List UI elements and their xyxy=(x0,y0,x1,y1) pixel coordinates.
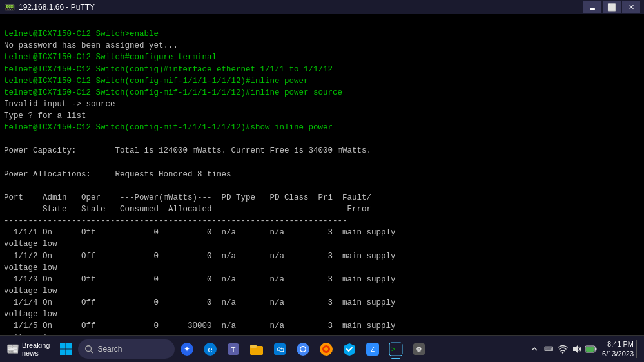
store-icon: 🛍 xyxy=(273,342,287,356)
clock-time: 8:41 PM xyxy=(607,339,634,348)
svg-text:✦: ✦ xyxy=(184,345,190,354)
volume-button[interactable] xyxy=(571,343,583,355)
keyboard-layout-label: ⌨ xyxy=(544,345,553,352)
show-hidden-icons-button[interactable] xyxy=(529,343,540,355)
svg-point-21 xyxy=(324,347,328,351)
terminal-line-3: telnet@ICX7150-C12 Switch#configure term… xyxy=(4,53,217,62)
svg-rect-0 xyxy=(60,343,66,349)
breaking-news-label: Breakingnews xyxy=(22,341,50,357)
folder-icon xyxy=(249,342,264,356)
window-title: 192.168.1.66 - PuTTY xyxy=(19,3,95,12)
firefox-icon xyxy=(319,342,333,356)
terminal-line-4: telnet@ICX7150-C12 Switch(config)#interf… xyxy=(4,65,333,74)
terminal-line-8: Type ? for a list xyxy=(4,111,86,120)
firefox-button[interactable] xyxy=(315,338,337,360)
defender-icon xyxy=(342,342,356,356)
windows-logo-icon xyxy=(59,343,72,356)
search-bar[interactable]: Search xyxy=(78,339,175,359)
terminal-line-2: No password has been assigned yet... xyxy=(4,41,178,50)
teams-button[interactable]: T xyxy=(222,338,244,360)
putty-icon: 📟 xyxy=(4,2,15,12)
start-button[interactable] xyxy=(55,338,77,360)
svg-rect-1 xyxy=(66,343,72,349)
svg-point-28 xyxy=(562,352,563,353)
terminal-row2b: voltage low xyxy=(4,263,57,272)
extra-app-button[interactable]: ⚙ xyxy=(408,338,430,360)
teams-icon: T xyxy=(226,342,240,356)
svg-rect-31 xyxy=(586,347,594,352)
terminal-power-alloc: Power Allocations: Requests Honored 8 ti… xyxy=(4,170,231,179)
terminal-row2a: 1/1/2 On Off 0 0 n/a n/a 3 main supply xyxy=(4,252,396,261)
putty-button[interactable]: >_ xyxy=(385,338,407,360)
terminal-row5a: 1/1/5 On Off 0 30000 n/a n/a 3 main supp… xyxy=(4,321,396,330)
title-bar: 📟 192.168.1.66 - PuTTY 🗕 ⬜ ✕ xyxy=(0,0,644,14)
svg-text:🛍: 🛍 xyxy=(277,345,284,353)
taskbar: 📰 Breakingnews Search ✦ e xyxy=(0,335,644,362)
restore-button[interactable]: ⬜ xyxy=(603,1,621,13)
extra-app-icon: ⚙ xyxy=(412,342,426,356)
taskbar-right: ⌨ xyxy=(529,339,641,358)
svg-marker-29 xyxy=(573,345,578,353)
svg-line-5 xyxy=(91,350,93,353)
svg-point-4 xyxy=(86,345,92,351)
show-desktop-button[interactable] xyxy=(636,340,641,358)
edge-icon: e xyxy=(203,342,217,356)
wifi-icon xyxy=(558,344,568,354)
copilot-icon: ✦ xyxy=(180,342,194,356)
wifi-button[interactable] xyxy=(557,343,569,355)
svg-rect-3 xyxy=(66,349,72,355)
terminal-line-1: telnet@ICX7150-C12 Switch>enable xyxy=(4,30,159,39)
terminal-line-7: Invalid input -> source xyxy=(4,100,115,109)
news-icon: 📰 xyxy=(6,343,19,356)
defender-button[interactable] xyxy=(338,338,360,360)
svg-point-18 xyxy=(301,347,306,351)
terminal-row3b: voltage low xyxy=(4,287,57,296)
zoom-icon: Z xyxy=(366,342,380,356)
battery-icon xyxy=(585,345,597,353)
file-explorer-button[interactable] xyxy=(246,338,268,360)
terminal[interactable]: telnet@ICX7150-C12 Switch>enable No pass… xyxy=(0,14,644,335)
terminal-row4b: voltage low xyxy=(4,310,57,319)
terminal-blank3 xyxy=(4,182,9,191)
search-icon xyxy=(84,345,93,354)
terminal-blank1 xyxy=(4,135,9,144)
terminal-header1: Port Admin Oper ---Power(mWatts)--- PD T… xyxy=(4,193,371,202)
terminal-line-5: telnet@ICX7150-C12 Switch(config-mif-1/1… xyxy=(4,77,309,86)
copilot-button[interactable]: ✦ xyxy=(176,338,198,360)
terminal-line-6: telnet@ICX7150-C12 Switch(config-mif-1/1… xyxy=(4,88,342,97)
zoom-button[interactable]: Z xyxy=(362,338,384,360)
close-button[interactable]: ✕ xyxy=(622,1,640,13)
breaking-news-widget[interactable]: 📰 Breakingnews xyxy=(3,338,54,360)
title-bar-controls: 🗕 ⬜ ✕ xyxy=(583,1,640,13)
search-input[interactable]: Search xyxy=(97,345,122,354)
svg-rect-13 xyxy=(250,345,257,348)
store-button[interactable]: 🛍 xyxy=(269,338,291,360)
clock-date: 6/13/2023 xyxy=(602,349,634,358)
clock[interactable]: 8:41 PM 6/13/2023 xyxy=(602,339,634,358)
terminal-row4a: 1/1/4 On Off 0 0 n/a n/a 3 main supply xyxy=(4,298,396,307)
terminal-row1a: 1/1/1 On Off 0 0 n/a n/a 3 main supply xyxy=(4,228,396,237)
svg-text:>_: >_ xyxy=(391,347,400,354)
terminal-line-9: telnet@ICX7150-C12 Switch(config-mif-1/1… xyxy=(4,123,333,132)
svg-rect-32 xyxy=(595,347,597,350)
putty-icon: >_ xyxy=(389,342,403,356)
minimize-button[interactable]: 🗕 xyxy=(583,1,601,13)
chevron-up-icon xyxy=(531,345,538,353)
terminal-row1b: voltage low xyxy=(4,240,57,249)
svg-text:T: T xyxy=(231,345,236,353)
battery-button[interactable] xyxy=(585,343,597,355)
volume-icon xyxy=(572,344,582,354)
svg-text:Z: Z xyxy=(371,346,375,353)
terminal-divider1: ----------------------------------------… xyxy=(4,216,347,225)
terminal-power-cap: Power Capacity: Total is 124000 mWatts. … xyxy=(4,146,371,155)
terminal-row3a: 1/1/3 On Off 0 0 n/a n/a 3 main supply xyxy=(4,275,396,284)
chrome-button[interactable] xyxy=(292,338,314,360)
svg-text:e: e xyxy=(208,344,213,354)
terminal-header2: State State Consumed Allocated Error xyxy=(4,205,371,214)
svg-rect-2 xyxy=(60,349,66,355)
edge-button[interactable]: e xyxy=(199,338,221,360)
terminal-blank2 xyxy=(4,158,9,167)
title-bar-left: 📟 192.168.1.66 - PuTTY xyxy=(4,2,95,12)
keyboard-layout-button[interactable]: ⌨ xyxy=(543,343,554,355)
chrome-icon xyxy=(296,342,310,356)
